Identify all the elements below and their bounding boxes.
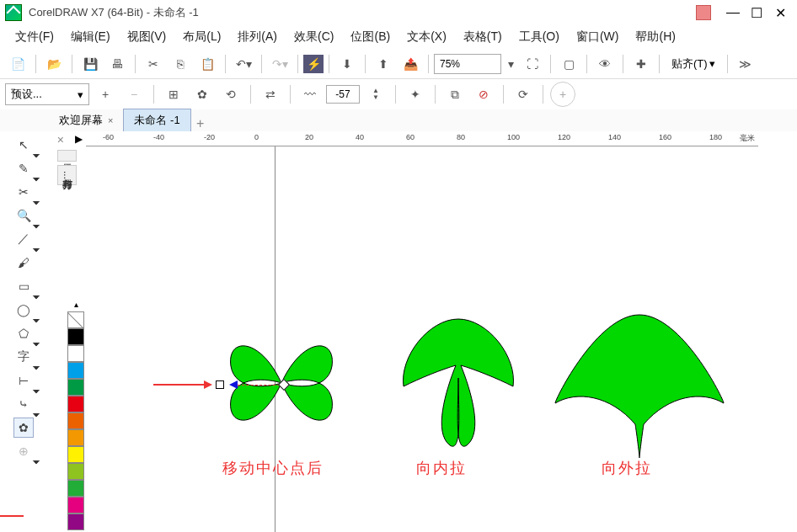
docker-expand-icon[interactable]: ▶ <box>75 133 83 145</box>
cut-button[interactable]: ✂ <box>141 51 166 77</box>
selection-handle[interactable] <box>216 380 224 389</box>
minimize-button[interactable]: — <box>721 3 745 22</box>
tab-document[interactable]: 未命名 -1 <box>123 109 190 131</box>
color-palette: ▴ <box>67 300 84 530</box>
menu-layout[interactable]: 布局(L) <box>176 27 227 47</box>
artistic-media-tool[interactable]: 🖌 <box>13 253 34 273</box>
new-button[interactable]: 📄 <box>5 51 30 77</box>
snap-button[interactable]: 贴齐(T) ▾ <box>665 56 722 72</box>
menu-arrange[interactable]: 排列(A) <box>231 27 284 47</box>
color-swatch[interactable] <box>67 429 84 446</box>
pick-tool[interactable]: ↖ <box>13 135 34 155</box>
palette-scroll-up[interactable]: ▴ <box>67 300 84 311</box>
pinched-shape[interactable] <box>387 306 530 458</box>
color-swatch[interactable] <box>67 513 84 530</box>
label-move-center: 移动中心点后 <box>222 458 324 478</box>
crop-tool[interactable]: ✂ <box>13 182 34 202</box>
export-button[interactable]: ⬆ <box>371 51 396 77</box>
menu-bitmap[interactable]: 位图(B) <box>344 27 397 47</box>
interactive-tool[interactable]: ✿ <box>13 418 34 438</box>
tab-add-button[interactable]: + <box>191 116 210 131</box>
right-dock: × ▶ 提示 对齐与分布... ▴ <box>47 131 86 532</box>
eyedropper-tool[interactable]: ⊕ <box>13 441 34 461</box>
maximize-button[interactable]: ☐ <box>745 3 768 22</box>
color-swatch[interactable] <box>67 345 84 362</box>
close-button[interactable]: ✕ <box>768 3 792 22</box>
guidelines-button[interactable]: ✚ <box>629 51 654 77</box>
connector-tool[interactable]: ⤷ <box>13 394 34 414</box>
redo-button[interactable]: ↷▾ <box>267 51 292 77</box>
publish-button[interactable]: 📤 <box>398 51 423 77</box>
print-button[interactable]: 🖶 <box>104 51 130 77</box>
ellipse-tool[interactable]: ◯ <box>13 300 34 320</box>
menu-effects[interactable]: 效果(C) <box>287 27 340 47</box>
open-button[interactable]: 📂 <box>41 51 67 77</box>
preset-dropdown[interactable]: 预设...▾ <box>5 83 89 105</box>
menu-help[interactable]: 帮助(H) <box>629 27 682 47</box>
hints-docker-tab[interactable]: 提示 <box>57 150 77 162</box>
preset-add-button[interactable]: + <box>93 82 118 107</box>
horizontal-ruler[interactable]: -80-60-40-20020406080100120140160180毫米 <box>47 131 758 146</box>
zoom-level-input[interactable]: 75% <box>434 54 501 74</box>
align-docker-tab[interactable]: 对齐与分布... <box>57 165 77 185</box>
expanded-shape[interactable] <box>551 306 728 462</box>
swatch-none[interactable] <box>67 311 84 328</box>
canvas[interactable]: 移动中心点后 向内拉 向外拉 <box>62 146 758 532</box>
standard-toolbar: 📄 📂 💾 🖶 ✂ ⎘ 📋 ↶▾ ↷▾ ⚡ ⬇ ⬆ 📤 75% ▾ ⛶ ▢ 👁 … <box>0 49 797 79</box>
add-button[interactable]: + <box>550 82 575 107</box>
tab-close-icon[interactable]: × <box>108 115 113 125</box>
no-symbol-icon[interactable]: ⊘ <box>471 82 496 107</box>
color-swatch[interactable] <box>67 379 84 396</box>
fullscreen-button[interactable]: ⛶ <box>520 51 545 77</box>
freehand-tool[interactable]: ／ <box>13 229 34 249</box>
tab-label: 未命名 -1 <box>134 113 179 128</box>
menu-table[interactable]: 表格(T) <box>457 27 509 47</box>
rotation-stepper[interactable]: ▲▼ <box>363 82 388 107</box>
dimension-tool[interactable]: ⊢ <box>13 370 34 391</box>
rectangle-tool[interactable]: ▭ <box>13 276 34 296</box>
menu-text[interactable]: 文本(X) <box>400 27 453 47</box>
color-swatch[interactable] <box>67 328 84 345</box>
tab-welcome[interactable]: 欢迎屏幕 × <box>49 109 123 131</box>
color-swatch[interactable] <box>67 463 84 480</box>
color-swatch[interactable] <box>67 362 84 379</box>
search-button[interactable]: ⚡ <box>303 55 324 73</box>
paste-button[interactable]: 📋 <box>195 51 220 77</box>
status-indicator <box>0 515 24 517</box>
tab-label: 欢迎屏幕 <box>59 113 103 128</box>
polygon-tool[interactable]: ⬠ <box>13 323 34 343</box>
undo-button[interactable]: ↶▾ <box>231 51 256 77</box>
grid-button[interactable]: 👁 <box>592 51 618 77</box>
color-swatch[interactable] <box>67 412 84 429</box>
zoom-tool[interactable]: 🔍 <box>13 205 34 226</box>
text-tool[interactable]: 字 <box>13 347 34 367</box>
preset-remove-button[interactable]: − <box>121 82 147 107</box>
docker-close-icon[interactable]: × <box>57 133 64 146</box>
menu-file[interactable]: 文件(F) <box>8 27 61 47</box>
zoom-dropdown[interactable]: ▾ <box>503 51 518 77</box>
menu-tools[interactable]: 工具(O) <box>512 27 566 47</box>
refresh-button[interactable]: ⟳ <box>511 82 536 107</box>
import-button[interactable]: ⬇ <box>334 51 360 77</box>
node-random-icon[interactable]: ⟲ <box>218 82 243 107</box>
spray-button[interactable]: ✦ <box>403 82 428 107</box>
node-add-icon[interactable]: ⊞ <box>161 82 186 107</box>
group-button[interactable]: ⧉ <box>442 82 468 107</box>
menu-window[interactable]: 窗口(W) <box>570 27 626 47</box>
menu-view[interactable]: 视图(V) <box>120 27 174 47</box>
color-swatch[interactable] <box>67 480 84 497</box>
options-button[interactable]: ≫ <box>733 51 758 77</box>
copy-button[interactable]: ⎘ <box>168 51 193 77</box>
rotation-input[interactable] <box>326 85 360 104</box>
ruler-tick: 20 <box>305 133 313 141</box>
save-button[interactable]: 💾 <box>78 51 103 77</box>
shape-tool[interactable]: ✎ <box>13 158 34 178</box>
rulers-button[interactable]: ▢ <box>556 51 581 77</box>
color-swatch[interactable] <box>67 497 84 513</box>
color-swatch[interactable] <box>67 396 84 412</box>
color-swatch[interactable] <box>67 446 84 463</box>
node-gear-icon[interactable]: ✿ <box>190 82 215 107</box>
user-badge-icon[interactable] <box>696 5 711 20</box>
menu-edit[interactable]: 编辑(E) <box>64 27 117 47</box>
mirror-button[interactable]: ⇄ <box>258 82 283 107</box>
